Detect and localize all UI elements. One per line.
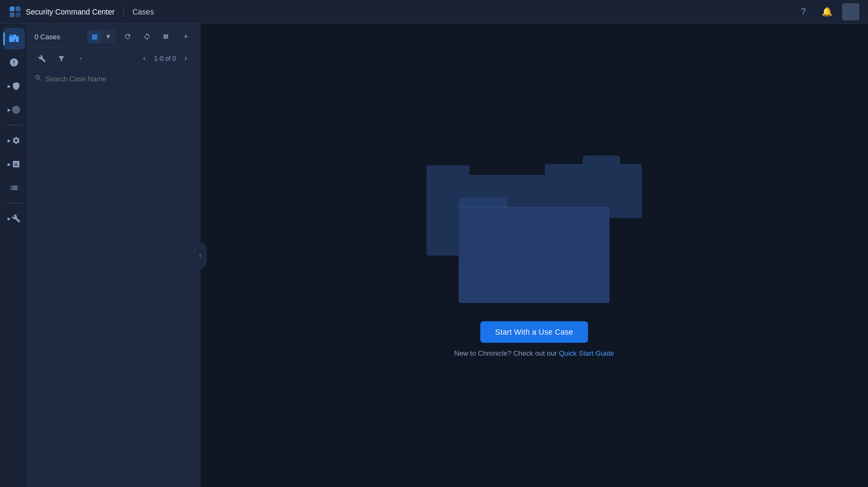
- pagination: 1-0 of 0: [137, 51, 193, 66]
- sidebar-item-analytics[interactable]: ▶: [3, 153, 25, 175]
- filter-button[interactable]: [54, 51, 69, 66]
- svg-rect-8: [459, 207, 610, 303]
- layout-button[interactable]: [159, 29, 174, 44]
- next-icon: [183, 55, 189, 62]
- main-layout: ▶ ▶ ▶ ▶: [0, 24, 868, 487]
- cases-toolbar: 0 Cases ▦ ▼: [28, 24, 200, 48]
- sidebar-item-alerts[interactable]: [3, 52, 25, 73]
- notifications-button[interactable]: 🔔: [818, 3, 836, 20]
- config-icon: [12, 214, 20, 223]
- prev-page-button[interactable]: [137, 51, 152, 66]
- sidebar-divider-2: [6, 203, 22, 203]
- expand-arrow-radar: ▶: [8, 108, 11, 112]
- start-use-case-button[interactable]: Start With a Use Case: [480, 321, 589, 343]
- expand-arrow-settings: ▶: [8, 138, 11, 143]
- help-button[interactable]: ?: [795, 3, 812, 20]
- pagination-text: 1-0 of 0: [154, 55, 176, 62]
- add-icon: [182, 33, 190, 40]
- empty-state: Start With a Use Case New to Chronicle? …: [416, 153, 653, 357]
- cases-icon: [9, 34, 19, 44]
- sidebar-item-config[interactable]: ▶: [3, 208, 25, 229]
- alerts-icon: [9, 58, 19, 67]
- next-page-button[interactable]: [178, 51, 193, 66]
- cases-toolbar2: 1-0 of 0: [28, 48, 200, 70]
- expand-arrow-config: ▶: [8, 216, 11, 221]
- refresh-button[interactable]: [120, 29, 135, 44]
- radar-icon: [12, 105, 20, 114]
- dashboard-icon: [9, 183, 19, 193]
- sync-icon: [143, 33, 151, 40]
- sidebar-item-shield[interactable]: ▶: [3, 75, 25, 97]
- wrench-button[interactable]: [34, 51, 50, 66]
- svg-rect-1: [16, 6, 20, 11]
- sidebar: ▶ ▶ ▶ ▶: [0, 24, 28, 487]
- sidebar-item-cases[interactable]: [3, 28, 25, 50]
- folder-illustration: [416, 153, 653, 304]
- add-case-button[interactable]: [178, 29, 193, 44]
- refresh-icon: [124, 33, 131, 40]
- wrench-icon: [38, 55, 46, 62]
- svg-rect-3: [16, 12, 20, 17]
- shield-icon: [12, 82, 20, 90]
- sidebar-item-dashboard[interactable]: [3, 177, 25, 199]
- nav-right: ? 🔔: [795, 3, 859, 20]
- cases-panel: 0 Cases ▦ ▼: [28, 24, 200, 487]
- sidebar-divider-1: [6, 125, 22, 125]
- svg-rect-7: [583, 156, 620, 166]
- svg-rect-9: [459, 197, 507, 209]
- prev-icon: [141, 55, 148, 62]
- svg-rect-2: [10, 12, 15, 17]
- svg-rect-0: [10, 6, 15, 11]
- sidebar-item-radar[interactable]: ▶: [3, 99, 25, 121]
- settings-icon: [12, 136, 20, 145]
- search-icon: [34, 74, 42, 83]
- collapse-icon: [198, 253, 203, 258]
- quick-start-link[interactable]: Quick Start Guide: [559, 349, 614, 357]
- analytics-icon: [12, 160, 20, 168]
- topnav: Security Command Center Cases ? 🔔: [0, 0, 868, 24]
- content-area: Start With a Use Case New to Chronicle? …: [200, 24, 868, 487]
- sync-button[interactable]: [139, 29, 155, 44]
- app-logo: Security Command Center: [9, 5, 115, 18]
- filter-icon: [58, 55, 65, 62]
- svg-rect-5: [426, 165, 470, 177]
- list-view-btn[interactable]: ▼: [102, 31, 115, 43]
- expand-arrow-shield: ▶: [8, 84, 11, 89]
- empty-footer: Start With a Use Case New to Chronicle? …: [454, 321, 614, 357]
- sidebar-item-settings[interactable]: ▶: [3, 130, 25, 151]
- footer-text: New to Chronicle? Check out our Quick St…: [454, 349, 614, 357]
- user-avatar[interactable]: [842, 3, 859, 20]
- expand-arrow-analytics: ▶: [8, 162, 11, 167]
- logo-icon: [9, 5, 22, 18]
- view-toggle: ▦ ▼: [87, 30, 116, 44]
- sort-dropdown-button[interactable]: [73, 51, 88, 66]
- nav-divider: [123, 6, 124, 17]
- cases-count: 0 Cases: [34, 33, 82, 41]
- grid-view-btn[interactable]: ▦: [88, 31, 101, 43]
- chevron-down-icon: [78, 56, 83, 61]
- search-input[interactable]: [45, 75, 193, 83]
- app-name: Security Command Center: [26, 8, 115, 16]
- layout-icon: [163, 33, 170, 40]
- collapse-panel-button[interactable]: [194, 243, 207, 269]
- search-row: [28, 70, 200, 88]
- nav-section: Cases: [132, 8, 154, 16]
